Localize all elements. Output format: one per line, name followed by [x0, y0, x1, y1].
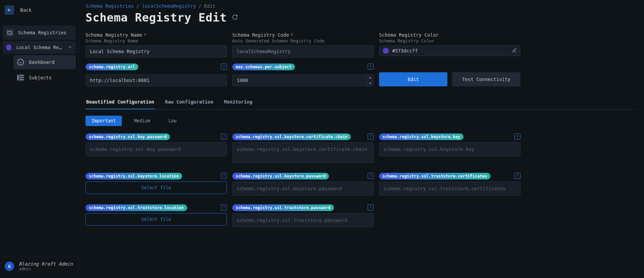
refresh-icon[interactable] — [232, 14, 238, 21]
back-button[interactable]: Back — [3, 3, 76, 17]
help-icon[interactable]: ? — [514, 133, 520, 140]
help-icon[interactable]: ? — [221, 173, 227, 179]
number-stepper[interactable]: ▲ ▼ — [367, 75, 373, 86]
field-code: Schema Registry Code* Auto Generated Sch… — [232, 32, 374, 57]
help-icon[interactable]: ? — [221, 133, 227, 140]
arrow-left-icon — [5, 5, 14, 15]
color-input[interactable]: #573dccff — [379, 45, 520, 56]
pencil-icon[interactable] — [512, 48, 517, 54]
config-pill: schema.registry.ssl.keystore.password — [232, 173, 329, 180]
user-footer[interactable]: B Blazing Kraft Admin admin — [3, 257, 76, 275]
help-icon[interactable]: ? — [368, 64, 374, 70]
sidebar: Back Schema Registries Local Schema Regi… — [0, 0, 79, 278]
field-url: schema.registry.url ? — [86, 64, 227, 86]
config-pill: schema.registry.ssl.keystore.location — [86, 173, 182, 180]
sidebar-item-subjects[interactable]: Subjects — [13, 71, 76, 85]
main-content: Schema Registries / localSchemaRegistry … — [79, 0, 644, 278]
chevron-down-icon[interactable]: ▼ — [367, 80, 373, 86]
tab-monitoring[interactable]: Monitoring — [224, 96, 253, 109]
list-icon — [17, 74, 24, 81]
color-dot-icon — [6, 44, 11, 50]
config-input[interactable] — [232, 213, 374, 227]
dashboard-icon — [17, 58, 24, 66]
name-input[interactable] — [86, 45, 227, 57]
sidebar-item-label: Local Schema Regi… — [16, 45, 63, 50]
folder-icon — [6, 29, 13, 36]
help-icon[interactable]: ? — [514, 173, 520, 179]
config-input[interactable] — [379, 142, 520, 156]
breadcrumb-schema-registries[interactable]: Schema Registries — [86, 3, 134, 9]
breadcrumb-local-schema-registry[interactable]: localSchemaRegistry — [142, 3, 196, 9]
help-icon[interactable]: ? — [221, 64, 227, 70]
page-title: Schema Registry Edit — [86, 11, 227, 24]
max-schemas-input[interactable] — [232, 74, 374, 86]
pill-important[interactable]: Important — [86, 116, 122, 126]
sidebar-item-dashboard[interactable]: Dashboard — [13, 55, 76, 69]
url-input[interactable] — [86, 74, 227, 86]
edit-button[interactable]: Edit — [379, 72, 447, 86]
field-color: Schema Registry Color Schema Registry Co… — [379, 32, 520, 57]
code-input — [232, 45, 374, 57]
config-field: schema.registry.ssl.keystore.password? — [232, 173, 374, 196]
tab-beautified[interactable]: Beautified Configuration — [86, 96, 155, 109]
action-buttons: Edit Test Connectivity — [379, 72, 520, 86]
config-pill: schema.registry.ssl.truststore.location — [86, 204, 187, 211]
config-input[interactable] — [379, 182, 520, 196]
select-file-button[interactable]: Select file — [86, 182, 227, 194]
config-pill: schema.registry.ssl.truststore.certifica… — [379, 173, 490, 180]
chevron-up-icon[interactable]: ▲ — [367, 75, 373, 80]
sidebar-item-label: Dashboard — [29, 59, 55, 65]
avatar: B — [5, 262, 14, 271]
config-pill: schema.registry.ssl.keystore.certificate… — [232, 133, 351, 140]
config-input[interactable] — [86, 142, 227, 156]
importance-tabs: Important Medium Low — [86, 116, 637, 126]
pill-low[interactable]: Low — [162, 116, 182, 126]
config-grid: schema.registry.ssl.key.password?schema.… — [86, 133, 637, 227]
chevron-down-icon — [68, 45, 72, 50]
breadcrumb-current: Edit — [204, 3, 215, 9]
user-name: Blazing Kraft Admin — [19, 261, 73, 267]
config-field: schema.registry.ssl.truststore.password? — [232, 204, 374, 227]
field-name: Schema Registry Name* Schema Registry Na… — [86, 32, 227, 57]
config-pill: schema.registry.ssl.keystore.key — [379, 133, 464, 140]
select-file-button[interactable]: Select file — [86, 213, 227, 226]
config-input[interactable] — [232, 182, 374, 196]
help-icon[interactable]: ? — [221, 204, 227, 210]
tab-raw[interactable]: Raw Configuration — [164, 96, 214, 109]
help-icon[interactable]: ? — [368, 204, 374, 210]
sidebar-item-schema-registries[interactable]: Schema Registries — [3, 26, 76, 40]
config-field: schema.registry.ssl.truststore.location?… — [86, 204, 227, 227]
pill-medium[interactable]: Medium — [128, 116, 156, 126]
config-field: schema.registry.ssl.key.password? — [86, 133, 227, 164]
sidebar-item-label: Subjects — [29, 75, 52, 80]
help-icon[interactable]: ? — [368, 173, 374, 179]
field-max-schemas: max.schemas.per.subject ? ▲ ▼ — [232, 64, 374, 86]
back-label: Back — [20, 7, 32, 13]
config-field: schema.registry.ssl.keystore.certificate… — [232, 133, 374, 164]
config-field: schema.registry.ssl.keystore.key? — [379, 133, 520, 164]
config-input[interactable] — [232, 142, 374, 163]
sidebar-item-local-schema-registry[interactable]: Local Schema Regi… — [3, 41, 76, 54]
color-swatch-icon — [383, 48, 389, 54]
help-icon[interactable]: ? — [368, 133, 374, 140]
test-connectivity-button[interactable]: Test Connectivity — [452, 72, 520, 86]
breadcrumb: Schema Registries / localSchemaRegistry … — [86, 3, 637, 9]
config-pill: schema.registry.ssl.key.password — [86, 133, 170, 140]
config-tabs: Beautified Configuration Raw Configurati… — [86, 96, 637, 110]
config-pill: schema.registry.ssl.truststore.password — [232, 204, 334, 211]
user-role: admin — [19, 267, 73, 271]
config-field: schema.registry.ssl.keystore.location?Se… — [86, 173, 227, 196]
config-field: schema.registry.ssl.truststore.certifica… — [379, 173, 520, 196]
sidebar-item-label: Schema Registries — [18, 30, 66, 35]
